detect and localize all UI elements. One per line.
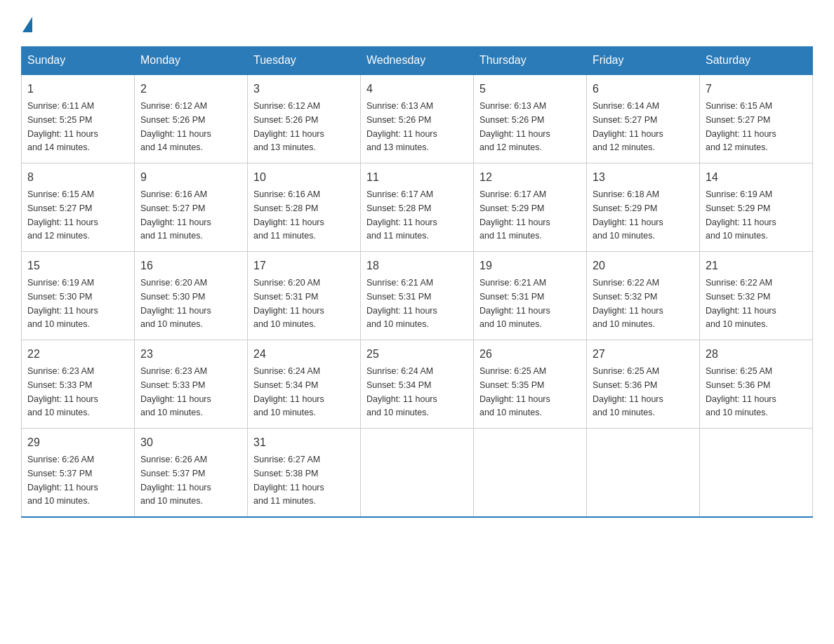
- calendar-week-row: 1Sunrise: 6:11 AMSunset: 5:25 PMDaylight…: [22, 74, 813, 163]
- calendar-cell: 30Sunrise: 6:26 AMSunset: 5:37 PMDayligh…: [135, 429, 248, 518]
- day-number: 9: [140, 169, 241, 186]
- day-info: Sunrise: 6:18 AMSunset: 5:29 PMDaylight:…: [593, 189, 663, 241]
- day-number: 18: [366, 257, 468, 274]
- calendar-header-sunday: Sunday: [22, 47, 135, 75]
- calendar-cell: 2Sunrise: 6:12 AMSunset: 5:26 PMDaylight…: [135, 74, 248, 163]
- day-number: 12: [479, 169, 581, 186]
- calendar-cell: 3Sunrise: 6:12 AMSunset: 5:26 PMDaylight…: [248, 74, 361, 163]
- day-info: Sunrise: 6:25 AMSunset: 5:36 PMDaylight:…: [706, 366, 776, 417]
- calendar-table: SundayMondayTuesdayWednesdayThursdayFrid…: [21, 46, 813, 518]
- calendar-week-row: 29Sunrise: 6:26 AMSunset: 5:37 PMDayligh…: [22, 429, 813, 518]
- calendar-header-monday: Monday: [135, 47, 248, 75]
- calendar-cell: 1Sunrise: 6:11 AMSunset: 5:25 PMDaylight…: [22, 74, 135, 163]
- calendar-cell: 7Sunrise: 6:15 AMSunset: 5:27 PMDaylight…: [700, 74, 813, 163]
- day-number: 15: [27, 257, 128, 274]
- calendar-cell: 5Sunrise: 6:13 AMSunset: 5:26 PMDaylight…: [474, 74, 587, 163]
- day-info: Sunrise: 6:22 AMSunset: 5:32 PMDaylight:…: [593, 278, 663, 329]
- day-info: Sunrise: 6:15 AMSunset: 5:27 PMDaylight:…: [706, 101, 776, 152]
- calendar-header-tuesday: Tuesday: [248, 47, 361, 75]
- day-number: 19: [479, 257, 581, 274]
- day-number: 17: [253, 257, 355, 274]
- day-info: Sunrise: 6:21 AMSunset: 5:31 PMDaylight:…: [366, 278, 437, 329]
- calendar-cell: 12Sunrise: 6:17 AMSunset: 5:29 PMDayligh…: [474, 163, 587, 252]
- calendar-cell: 6Sunrise: 6:14 AMSunset: 5:27 PMDaylight…: [587, 74, 700, 163]
- day-info: Sunrise: 6:14 AMSunset: 5:27 PMDaylight:…: [593, 101, 663, 152]
- day-number: 2: [140, 81, 241, 98]
- day-info: Sunrise: 6:15 AMSunset: 5:27 PMDaylight:…: [27, 189, 98, 241]
- day-number: 13: [593, 169, 694, 186]
- day-info: Sunrise: 6:20 AMSunset: 5:31 PMDaylight:…: [253, 278, 324, 329]
- calendar-cell: 17Sunrise: 6:20 AMSunset: 5:31 PMDayligh…: [248, 252, 361, 340]
- day-number: 24: [253, 346, 355, 363]
- day-info: Sunrise: 6:25 AMSunset: 5:36 PMDaylight:…: [593, 366, 663, 417]
- day-number: 30: [140, 434, 241, 451]
- calendar-cell: 23Sunrise: 6:23 AMSunset: 5:33 PMDayligh…: [135, 340, 248, 429]
- calendar-cell: 18Sunrise: 6:21 AMSunset: 5:31 PMDayligh…: [361, 252, 474, 340]
- logo-triangle-icon: [22, 17, 32, 32]
- day-info: Sunrise: 6:27 AMSunset: 5:38 PMDaylight:…: [253, 455, 324, 506]
- day-number: 8: [27, 169, 128, 186]
- calendar-cell: 28Sunrise: 6:25 AMSunset: 5:36 PMDayligh…: [700, 340, 813, 429]
- day-number: 26: [479, 346, 581, 363]
- calendar-cell: 21Sunrise: 6:22 AMSunset: 5:32 PMDayligh…: [700, 252, 813, 340]
- day-number: 21: [706, 257, 807, 274]
- calendar-cell: 22Sunrise: 6:23 AMSunset: 5:33 PMDayligh…: [22, 340, 135, 429]
- calendar-header-saturday: Saturday: [700, 47, 813, 75]
- day-info: Sunrise: 6:19 AMSunset: 5:30 PMDaylight:…: [27, 278, 98, 329]
- calendar-cell: 24Sunrise: 6:24 AMSunset: 5:34 PMDayligh…: [248, 340, 361, 429]
- calendar-cell: 14Sunrise: 6:19 AMSunset: 5:29 PMDayligh…: [700, 163, 813, 252]
- day-number: 11: [366, 169, 468, 186]
- calendar-cell: [474, 429, 587, 518]
- day-info: Sunrise: 6:25 AMSunset: 5:35 PMDaylight:…: [479, 366, 550, 417]
- calendar-cell: 31Sunrise: 6:27 AMSunset: 5:38 PMDayligh…: [248, 429, 361, 518]
- calendar-cell: [700, 429, 813, 518]
- day-info: Sunrise: 6:26 AMSunset: 5:37 PMDaylight:…: [140, 455, 211, 506]
- day-number: 10: [253, 169, 355, 186]
- calendar-week-row: 15Sunrise: 6:19 AMSunset: 5:30 PMDayligh…: [22, 252, 813, 340]
- day-info: Sunrise: 6:23 AMSunset: 5:33 PMDaylight:…: [140, 366, 211, 417]
- calendar-cell: 16Sunrise: 6:20 AMSunset: 5:30 PMDayligh…: [135, 252, 248, 340]
- day-number: 16: [140, 257, 241, 274]
- day-number: 31: [253, 434, 355, 451]
- calendar-cell: 26Sunrise: 6:25 AMSunset: 5:35 PMDayligh…: [474, 340, 587, 429]
- day-number: 7: [706, 81, 807, 98]
- day-info: Sunrise: 6:20 AMSunset: 5:30 PMDaylight:…: [140, 278, 211, 329]
- calendar-header-row: SundayMondayTuesdayWednesdayThursdayFrid…: [22, 47, 813, 75]
- day-number: 1: [27, 81, 128, 98]
- calendar-header-thursday: Thursday: [474, 47, 587, 75]
- day-info: Sunrise: 6:16 AMSunset: 5:28 PMDaylight:…: [253, 189, 324, 241]
- calendar-cell: 20Sunrise: 6:22 AMSunset: 5:32 PMDayligh…: [587, 252, 700, 340]
- day-info: Sunrise: 6:16 AMSunset: 5:27 PMDaylight:…: [140, 189, 211, 241]
- day-number: 3: [253, 81, 355, 98]
- day-info: Sunrise: 6:13 AMSunset: 5:26 PMDaylight:…: [366, 101, 437, 152]
- calendar-cell: 4Sunrise: 6:13 AMSunset: 5:26 PMDaylight…: [361, 74, 474, 163]
- page-header: [21, 14, 813, 32]
- day-number: 27: [593, 346, 694, 363]
- calendar-header-friday: Friday: [587, 47, 700, 75]
- calendar-cell: 29Sunrise: 6:26 AMSunset: 5:37 PMDayligh…: [22, 429, 135, 518]
- calendar-cell: 27Sunrise: 6:25 AMSunset: 5:36 PMDayligh…: [587, 340, 700, 429]
- day-info: Sunrise: 6:12 AMSunset: 5:26 PMDaylight:…: [140, 101, 211, 152]
- calendar-week-row: 22Sunrise: 6:23 AMSunset: 5:33 PMDayligh…: [22, 340, 813, 429]
- day-number: 28: [706, 346, 807, 363]
- day-info: Sunrise: 6:17 AMSunset: 5:29 PMDaylight:…: [479, 189, 550, 241]
- calendar-cell: [361, 429, 474, 518]
- day-number: 4: [366, 81, 468, 98]
- day-info: Sunrise: 6:24 AMSunset: 5:34 PMDaylight:…: [253, 366, 324, 417]
- calendar-cell: 19Sunrise: 6:21 AMSunset: 5:31 PMDayligh…: [474, 252, 587, 340]
- logo: [21, 14, 32, 32]
- day-number: 14: [706, 169, 807, 186]
- day-info: Sunrise: 6:22 AMSunset: 5:32 PMDaylight:…: [706, 278, 776, 329]
- calendar-week-row: 8Sunrise: 6:15 AMSunset: 5:27 PMDaylight…: [22, 163, 813, 252]
- day-number: 6: [593, 81, 694, 98]
- day-info: Sunrise: 6:13 AMSunset: 5:26 PMDaylight:…: [479, 101, 550, 152]
- calendar-cell: 8Sunrise: 6:15 AMSunset: 5:27 PMDaylight…: [22, 163, 135, 252]
- day-info: Sunrise: 6:23 AMSunset: 5:33 PMDaylight:…: [27, 366, 98, 417]
- calendar-header-wednesday: Wednesday: [361, 47, 474, 75]
- calendar-cell: 9Sunrise: 6:16 AMSunset: 5:27 PMDaylight…: [135, 163, 248, 252]
- day-info: Sunrise: 6:21 AMSunset: 5:31 PMDaylight:…: [479, 278, 550, 329]
- day-number: 29: [27, 434, 128, 451]
- day-info: Sunrise: 6:19 AMSunset: 5:29 PMDaylight:…: [706, 189, 776, 241]
- calendar-cell: 10Sunrise: 6:16 AMSunset: 5:28 PMDayligh…: [248, 163, 361, 252]
- day-info: Sunrise: 6:17 AMSunset: 5:28 PMDaylight:…: [366, 189, 437, 241]
